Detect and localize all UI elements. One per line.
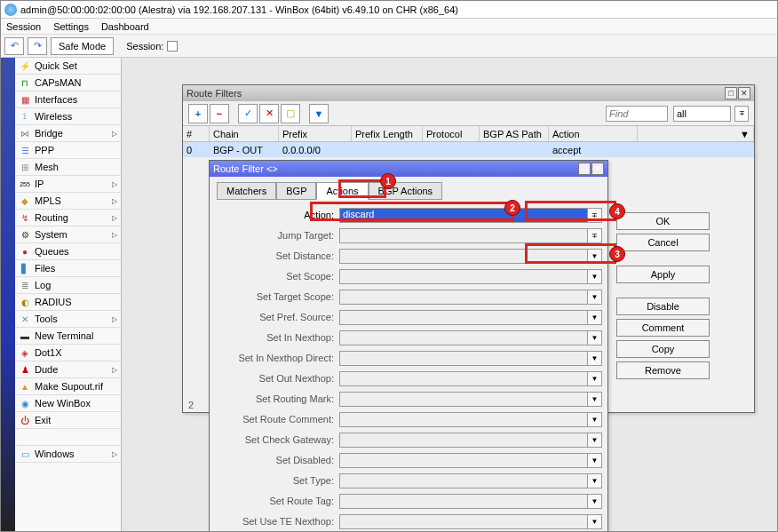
field-input[interactable] — [339, 269, 588, 284]
field-input[interactable] — [339, 310, 588, 325]
sidebar-item-bridge[interactable]: ⋈Bridge▷ — [15, 125, 121, 142]
session-indicator — [167, 41, 178, 52]
close-icon[interactable]: ✕ — [738, 87, 750, 99]
restore-icon[interactable]: □ — [578, 163, 591, 175]
field-input[interactable] — [339, 371, 588, 386]
ok-button[interactable]: OK — [616, 212, 710, 230]
sidebar-item-new-winbox[interactable]: ◉New WinBox — [15, 395, 121, 412]
dropdown-icon[interactable]: ▼ — [588, 412, 602, 427]
column-menu-icon[interactable]: ▼ — [638, 126, 754, 141]
dropdown-icon[interactable]: ▼ — [588, 290, 602, 305]
redo-button[interactable]: ↷ — [28, 37, 47, 55]
sidebar-item-routing[interactable]: ↯Routing▷ — [15, 210, 121, 226]
field-input[interactable] — [339, 351, 588, 366]
sidebar-item-windows[interactable]: ▭Windows▷ — [15, 446, 121, 463]
dropdown-icon[interactable]: ▼ — [588, 249, 602, 264]
field-input[interactable] — [339, 330, 588, 345]
field-input[interactable] — [339, 433, 588, 448]
sidebar-item-mpls[interactable]: ◆MPLS▷ — [15, 193, 121, 210]
sidebar-item-files[interactable]: ▋Files — [15, 260, 121, 277]
sidebar-item-queues[interactable]: ●Queues — [15, 243, 121, 260]
sidebar-item-radius[interactable]: ◐RADIUS — [15, 294, 121, 311]
dropdown-icon[interactable]: ▼ — [588, 514, 602, 529]
copy-button[interactable]: Copy — [616, 340, 710, 358]
sidebar-item-new-terminal[interactable]: ▬New Terminal — [15, 328, 121, 345]
column-header[interactable]: Prefix Length — [352, 126, 423, 141]
field-input[interactable] — [339, 494, 588, 509]
field-input[interactable] — [339, 412, 588, 427]
remove-button[interactable]: Remove — [616, 361, 710, 379]
find-input[interactable] — [606, 106, 668, 122]
menu-dashboard[interactable]: Dashboard — [101, 21, 149, 32]
field-input[interactable] — [339, 249, 588, 264]
sidebar-item-dot1x[interactable]: ◈Dot1X — [15, 345, 121, 361]
field-input[interactable] — [339, 290, 588, 305]
field-input[interactable] — [339, 473, 588, 488]
tab-actions[interactable]: Actions — [316, 182, 368, 200]
sidebar-item-exit[interactable]: ⏻Exit — [15, 412, 121, 429]
dropdown-icon[interactable]: ▼ — [588, 269, 602, 284]
close-icon[interactable]: ✕ — [591, 163, 604, 175]
dropdown-icon[interactable]: ▼ — [588, 473, 602, 488]
route-filters-titlebar[interactable]: Route Filters □ ✕ — [183, 85, 754, 101]
sidebar-item-log[interactable]: ≣Log — [15, 277, 121, 294]
menu-icon: ⟟ — [19, 110, 31, 123]
dropdown-icon[interactable]: ▼ — [588, 392, 602, 407]
field-input[interactable] — [339, 514, 588, 529]
field-label: Jump Target: — [215, 230, 339, 241]
dropdown-icon[interactable]: ▼ — [588, 494, 602, 509]
action-input[interactable]: discard — [339, 208, 588, 223]
dropdown-icon[interactable]: ▼ — [588, 351, 602, 366]
filter-dropdown-icon[interactable]: ∓ — [734, 106, 749, 122]
disable-button[interactable]: ✕ — [259, 104, 279, 123]
sidebar-item-dude[interactable]: ♟Dude▷ — [15, 361, 121, 378]
column-header[interactable]: Action — [549, 126, 638, 141]
column-header[interactable]: Prefix — [279, 126, 352, 141]
sidebar-item-tools[interactable]: ✕Tools▷ — [15, 311, 121, 328]
sidebar-item-ppp[interactable]: ☰PPP — [15, 142, 121, 159]
dropdown-icon[interactable]: ▼ — [588, 310, 602, 325]
sidebar-item-capsman[interactable]: ⊓CAPsMAN — [15, 75, 121, 91]
sidebar-item-quick-set[interactable]: ⚡Quick Set — [15, 58, 121, 75]
disable-button[interactable]: Disable — [616, 298, 710, 315]
dropdown-icon[interactable]: ▼ — [588, 433, 602, 448]
route-filter-titlebar[interactable]: Route Filter <> □ ✕ — [210, 161, 607, 177]
enable-button[interactable]: ✓ — [238, 104, 258, 123]
menu-settings[interactable]: Settings — [53, 21, 89, 32]
dropdown-icon[interactable]: ▼ — [588, 330, 602, 345]
field-input[interactable] — [339, 228, 588, 243]
dropdown-icon[interactable]: ▼ — [588, 371, 602, 386]
sidebar-item-wireless[interactable]: ⟟Wireless — [15, 108, 121, 125]
restore-icon[interactable]: □ — [725, 87, 737, 99]
table-row[interactable]: 0BGP - OUT0.0.0.0/0accept — [183, 142, 754, 157]
filter-all-select[interactable]: all — [673, 106, 731, 122]
column-header[interactable]: BGP AS Path — [480, 126, 549, 141]
remove-button[interactable]: − — [210, 104, 229, 123]
column-header[interactable]: # — [183, 126, 210, 141]
column-header[interactable]: Protocol — [423, 126, 480, 141]
chevron-right-icon: ▷ — [112, 450, 117, 458]
tab-bgp-actions[interactable]: BGP Actions — [369, 182, 443, 200]
undo-button[interactable]: ↶ — [4, 37, 24, 55]
sidebar-item-ip[interactable]: 255IP▷ — [15, 176, 121, 193]
filter-button[interactable]: ▼ — [309, 104, 329, 123]
field-input[interactable] — [339, 453, 588, 468]
field-input[interactable] — [339, 392, 588, 407]
tab-matchers[interactable]: Matchers — [217, 182, 276, 200]
dropdown-icon[interactable]: ∓ — [588, 228, 602, 243]
comment-button[interactable]: ▢ — [281, 104, 300, 123]
sidebar-item-make-supout-rif[interactable]: ▲Make Supout.rif — [15, 378, 121, 395]
apply-button[interactable]: Apply — [616, 266, 710, 283]
add-button[interactable]: + — [188, 104, 208, 123]
comment-button[interactable]: Comment — [616, 319, 710, 337]
action-dropdown-icon[interactable]: ∓ — [588, 208, 602, 223]
dropdown-icon[interactable]: ▼ — [588, 453, 602, 468]
safe-mode-button[interactable]: Safe Mode — [51, 37, 114, 55]
sidebar-item-interfaces[interactable]: ▦Interfaces — [15, 91, 121, 108]
column-header[interactable]: Chain — [210, 126, 279, 141]
tab-bgp[interactable]: BGP — [276, 182, 316, 200]
menu-session[interactable]: Session — [6, 21, 41, 32]
sidebar-item-system[interactable]: ⚙System▷ — [15, 226, 121, 243]
cancel-button[interactable]: Cancel — [616, 234, 710, 251]
sidebar-item-mesh[interactable]: ⊞Mesh — [15, 159, 121, 176]
